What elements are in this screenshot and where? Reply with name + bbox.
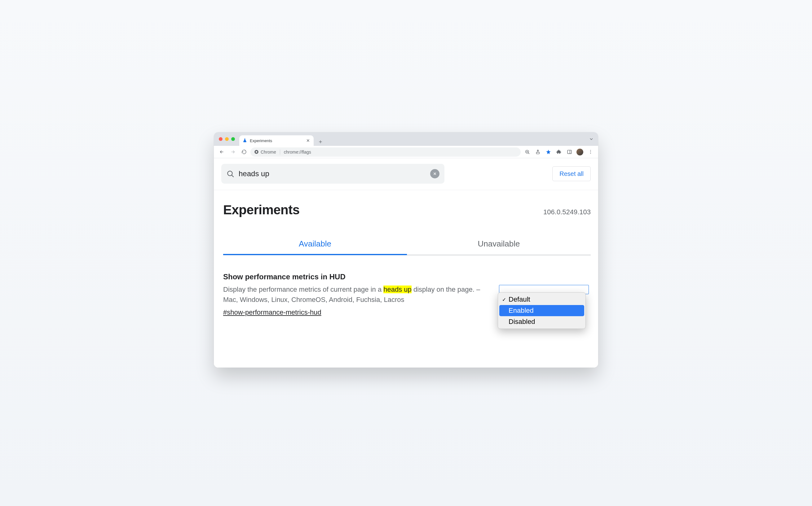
- extensions-icon[interactable]: [554, 147, 564, 157]
- tabs-menu-chevron-icon[interactable]: [588, 136, 594, 142]
- search-icon: [226, 170, 234, 178]
- back-button[interactable]: [217, 147, 226, 157]
- zoom-icon[interactable]: [523, 147, 532, 157]
- page-title: Experiments: [223, 202, 300, 218]
- close-tab-icon[interactable]: ✕: [306, 138, 310, 143]
- svg-point-14: [227, 171, 232, 176]
- minimize-window-button[interactable]: [225, 137, 229, 141]
- select-options-popup: ✓ Default Enabled Disabled: [498, 292, 586, 329]
- browser-window: Experiments ✕ ＋: [214, 132, 598, 367]
- tab-available[interactable]: Available: [223, 234, 407, 255]
- svg-rect-9: [568, 150, 572, 154]
- flask-icon: [242, 138, 247, 143]
- site-identity: Chrome: [254, 150, 276, 155]
- clear-search-button[interactable]: [430, 169, 439, 178]
- svg-point-3: [256, 151, 257, 153]
- address-bar[interactable]: Chrome chrome://flags: [250, 147, 521, 157]
- toolbar: Chrome chrome://flags: [214, 146, 598, 158]
- url-text: chrome://flags: [284, 150, 311, 155]
- search-input[interactable]: [239, 169, 426, 178]
- share-icon[interactable]: [533, 147, 542, 157]
- checkmark-icon: ✓: [502, 297, 506, 303]
- profile-avatar[interactable]: [575, 147, 585, 157]
- svg-point-13: [590, 153, 591, 154]
- flag-row: Show performance metrics in HUD Display …: [214, 255, 598, 323]
- tab-strip: Experiments ✕ ＋: [214, 132, 598, 146]
- tab-title: Experiments: [250, 139, 303, 143]
- forward-button[interactable]: [228, 147, 237, 157]
- tab-unavailable[interactable]: Unavailable: [407, 234, 591, 255]
- kebab-menu-icon[interactable]: [586, 147, 595, 157]
- tabs: Available Unavailable: [223, 234, 591, 255]
- site-identity-label: Chrome: [261, 150, 276, 155]
- option-disabled[interactable]: Disabled: [499, 316, 584, 327]
- flag-anchor-link[interactable]: #show-performance-metrics-hud: [223, 309, 321, 317]
- flag-description: Display the performance metrics of curre…: [223, 284, 487, 305]
- reset-all-button[interactable]: Reset all: [552, 166, 591, 181]
- maximize-window-button[interactable]: [231, 137, 235, 141]
- option-enabled[interactable]: Enabled: [499, 305, 584, 316]
- close-window-button[interactable]: [219, 137, 223, 141]
- svg-point-12: [590, 151, 591, 152]
- option-default[interactable]: ✓ Default: [499, 294, 584, 305]
- bookmark-star-icon[interactable]: [543, 147, 553, 157]
- svg-point-11: [590, 150, 591, 151]
- browser-tab[interactable]: Experiments ✕: [239, 135, 314, 146]
- omnibox-divider: [280, 150, 280, 155]
- svg-line-15: [232, 175, 234, 177]
- page-content: Reset all Experiments 106.0.5249.103 Ava…: [214, 158, 598, 367]
- reload-button[interactable]: [239, 147, 248, 157]
- side-panel-icon[interactable]: [565, 147, 574, 157]
- new-tab-button[interactable]: ＋: [316, 137, 325, 146]
- svg-line-5: [528, 153, 529, 154]
- chrome-version: 106.0.5249.103: [543, 208, 591, 216]
- flag-search-box[interactable]: [221, 164, 444, 184]
- window-controls: [217, 132, 237, 146]
- search-highlight: heads up: [383, 285, 412, 293]
- flag-title: Show performance metrics in HUD: [223, 272, 487, 281]
